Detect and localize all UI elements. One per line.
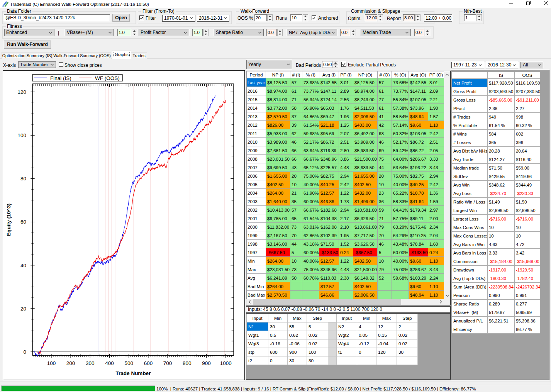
svg-text:Final (IS): Final (IS) xyxy=(50,75,71,81)
svg-text:100: 100 xyxy=(47,360,56,366)
svg-text:60: 60 xyxy=(20,219,26,225)
svg-text:700: 700 xyxy=(163,360,172,366)
svg-text:120: 120 xyxy=(17,89,26,95)
svg-text:Equity (10^3): Equity (10^3) xyxy=(6,204,12,236)
svg-text:20: 20 xyxy=(20,306,26,312)
svg-text:Trade Number: Trade Number xyxy=(116,370,151,376)
svg-text:600: 600 xyxy=(144,360,153,366)
svg-text:40: 40 xyxy=(20,263,26,268)
svg-text:800: 800 xyxy=(183,360,192,366)
svg-text:80: 80 xyxy=(20,176,26,182)
svg-text:WF (OOS): WF (OOS) xyxy=(95,75,120,81)
svg-text:300: 300 xyxy=(86,360,95,366)
svg-text:900: 900 xyxy=(202,360,211,366)
svg-text:400: 400 xyxy=(105,360,114,366)
svg-text:200: 200 xyxy=(66,360,75,366)
svg-text:0: 0 xyxy=(23,349,26,355)
svg-text:500: 500 xyxy=(124,360,133,366)
svg-text:1000: 1000 xyxy=(220,360,232,366)
svg-text:100: 100 xyxy=(17,132,26,138)
